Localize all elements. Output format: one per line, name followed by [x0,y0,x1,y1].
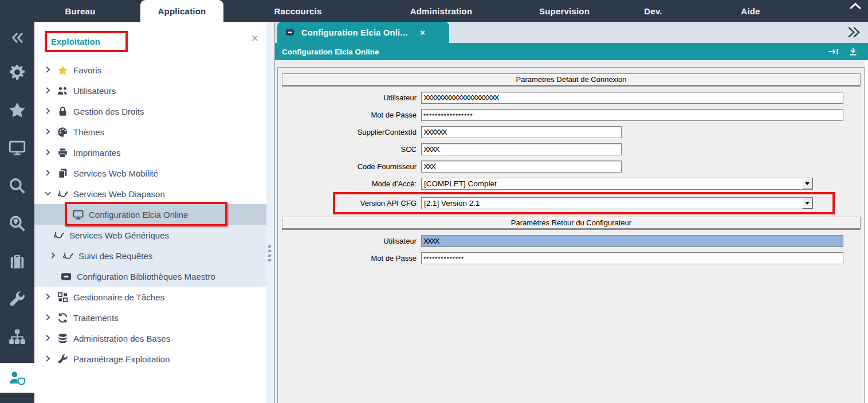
users-icon [57,85,68,96]
sidebar-item-user-shield[interactable] [0,363,34,393]
sidebar-item-collapse-left[interactable] [0,22,34,53]
tree-item-themes[interactable]: Thèmes [34,122,266,142]
panel-splitter[interactable] [266,22,275,403]
chevron-right-icon[interactable] [44,169,53,178]
topbar-tab-dev[interactable]: Dev. [616,0,690,22]
sidebar-item-sitemap[interactable] [0,318,34,356]
sidebar-item-search-location[interactable] [0,205,34,242]
briefcase-icon [9,253,26,270]
field-row-mot-de-passe: Mot de Passe [278,109,864,121]
navigation-tree: FavorisUtilisateursGestion des DroitsThè… [34,55,266,369]
tree-item-traitements[interactable]: Traitements [34,307,266,328]
tree-item-label: Suivi des Requêtes [78,251,152,261]
sitemap-icon [9,328,26,346]
field-label: SupplierContextId [278,128,421,136]
dropdown-arrow-icon[interactable] [802,198,812,209]
tree-item-label: Imprimantes [73,148,121,158]
mot-de-passe-input[interactable] [421,109,843,121]
chevron-right-icon[interactable] [44,292,53,302]
collapse-left-icon [10,30,25,45]
monitor-icon [9,139,26,156]
tree-item-favoris[interactable]: Favoris [34,60,266,80]
section-header-parametres-retour-du-configurateur: Paramètres Retour du Configurateur [282,217,861,229]
dropdown-arrow-icon[interactable] [802,178,812,189]
chevron-right-icon[interactable] [44,334,53,343]
chevron-right-icon[interactable] [44,313,53,322]
field-row-mode-d-acce: Mode d'Accè: [278,178,864,190]
topbar-tab-bureau[interactable]: Bureau [43,0,117,22]
tree-item-configuration-bibliotheques-maestro[interactable]: Configuration Bibliothèques Maestro [34,266,266,287]
field-label: Mot de Passe [278,254,421,263]
chevron-right-icon[interactable] [44,107,53,116]
tree-item-label: Gestionnaire de Tâches [73,292,164,302]
mode-d-acce-value[interactable] [422,178,802,189]
tree-item-administration-des-bases[interactable]: Administration des Bases [34,328,266,349]
printer-icon [57,147,68,158]
sidebar-item-gear[interactable] [0,53,34,91]
tree-item-services-web-mobilite[interactable]: Services Web Mobilité [34,163,266,183]
close-icon[interactable]: × [251,33,258,44]
field-row-utilisateur: Utilisateur [278,235,864,247]
field-row-mot-de-passe: Mot de Passe [278,252,864,264]
topbar-tab-aide[interactable]: Aide [713,0,788,22]
lock-icon [57,105,68,117]
chevron-right-icon[interactable] [49,251,58,260]
chevron-right-icon[interactable] [44,65,53,75]
document-tab-strip: Configuration Elcia Onli... × [275,22,868,43]
scc-input[interactable] [421,143,622,155]
tree-item-label: Configuration Bibliothèques Maestro [77,272,215,281]
topbar-tab-administration[interactable]: Administration [390,0,493,22]
grid-icon [57,291,68,303]
panel-title: Exploitation [45,31,128,52]
version-api-cfg-value[interactable] [422,198,802,209]
pin-right-icon[interactable] [828,47,839,56]
tree-item-gestionnaire-de-taches[interactable]: Gestionnaire de Tâches [34,287,266,307]
code-fournisseur-input[interactable] [421,161,622,173]
sidebar-item-wrench[interactable] [0,280,34,318]
tree-item-services-web-generiques[interactable]: Services Web Génériques [34,225,266,245]
field-row-suppliercontextid: SupplierContextId [278,126,864,138]
chevron-right-icon[interactable] [44,148,53,157]
tree-item-parametrage-exploitation[interactable]: Paramétrage Exploitation [34,349,266,369]
tree-item-services-web-diapason[interactable]: Services Web Diapason [34,183,266,204]
sidebar-item-monitor[interactable] [0,129,34,167]
tree-item-label: Services Web Génériques [69,230,169,240]
mot-de-passe-input[interactable] [421,252,843,264]
mode-d-acce-select[interactable] [421,178,813,190]
exploitation-panel-header: Exploitation × [34,22,266,55]
utilisateur-input[interactable] [421,92,843,104]
chevron-down-icon[interactable] [44,189,53,198]
tree-item-label: Gestion des Droits [73,107,144,116]
tree-item-suivi-des-requetes[interactable]: Suivi des Requêtes [34,245,266,266]
utilisateur-input[interactable] [421,235,843,247]
sidebar-item-search[interactable] [0,167,34,205]
gear-icon [9,64,26,81]
hand-icon [62,250,73,261]
section-header-parametres-defaut-de-connexion: Paramètres Défaut de Connexion [282,73,861,85]
tree-item-utilisateurs[interactable]: Utilisateurs [34,80,266,101]
tree-item-label: Utilisateurs [73,86,116,96]
suppliercontextid-input[interactable] [421,126,622,138]
version-api-cfg-select[interactable] [421,197,813,209]
chevron-right-icon[interactable] [44,354,53,363]
tree-item-configuration-elcia-online[interactable]: Configuration Elcia Online [34,204,266,225]
icon-sidebar [0,22,34,403]
sidebar-item-briefcase[interactable] [0,242,34,280]
topbar-tab-raccourcis[interactable]: Raccourcis [246,0,349,22]
tree-item-gestion-des-droits[interactable]: Gestion des Droits [34,101,266,122]
chevron-right-icon[interactable] [44,127,53,136]
double-chevron-right-icon[interactable] [845,26,861,39]
topbar-tab-supervision[interactable]: Supervision [513,0,616,22]
topbar-tab-application[interactable]: Application [140,0,223,22]
star-icon [9,101,26,119]
sidebar-item-star[interactable] [0,91,34,129]
download-icon[interactable] [847,47,859,56]
tab-configuration-elcia-online[interactable]: Configuration Elcia Onli... × [277,22,449,43]
wrench-icon [9,291,26,308]
tab-close-icon[interactable]: × [420,28,425,37]
tree-item-imprimantes[interactable]: Imprimantes [34,142,266,163]
chevron-up-icon[interactable] [849,2,862,12]
chevron-right-icon[interactable] [44,86,53,95]
field-label: Utilisateur [278,93,421,102]
palette-icon [57,126,68,138]
